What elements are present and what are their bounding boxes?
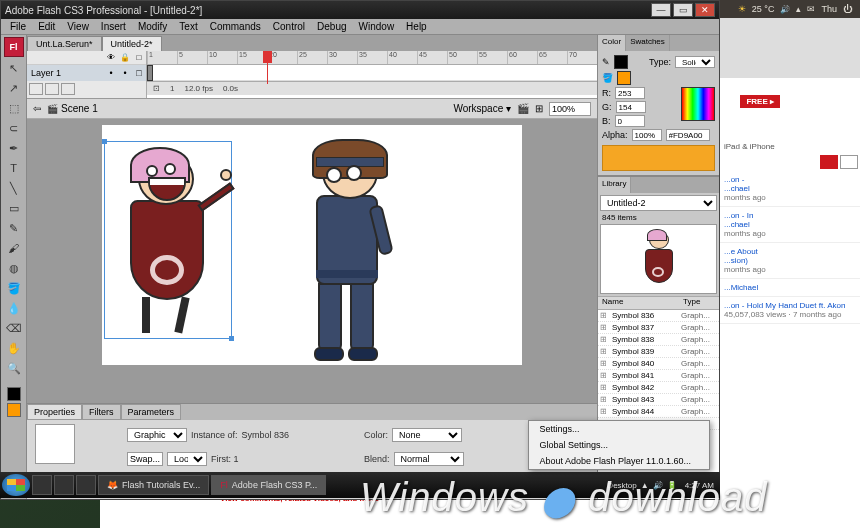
scene-label[interactable]: Scene 1 — [47, 103, 98, 114]
new-layer-icon[interactable] — [29, 83, 43, 95]
power-icon[interactable] — [843, 4, 852, 14]
menu-debug[interactable]: Debug — [312, 21, 351, 32]
brush-tool-icon[interactable]: 🖌 — [5, 239, 23, 257]
blend-select[interactable]: Normal — [394, 452, 464, 466]
related-video[interactable]: ...on - Hold My Hand Duet ft. Akon45,057… — [720, 297, 860, 324]
quicklaunch-icon[interactable] — [54, 475, 74, 495]
titlebar[interactable]: Adobe Flash CS3 Professional - [Untitled… — [1, 1, 719, 19]
menu-window[interactable]: Window — [354, 21, 400, 32]
swatches-tab[interactable]: Swatches — [626, 35, 670, 51]
list-view-icon[interactable] — [820, 155, 838, 169]
doc-tab[interactable]: Untitled-2* — [102, 36, 162, 51]
type-column[interactable]: Type — [683, 297, 719, 309]
fill-swatch[interactable] — [617, 71, 631, 85]
menu-modify[interactable]: Modify — [133, 21, 172, 32]
lasso-tool-icon[interactable]: ⊂ — [5, 119, 23, 137]
library-item[interactable]: ⊞Symbol 836Graph... — [598, 310, 719, 322]
menu-text[interactable]: Text — [174, 21, 202, 32]
hex-input[interactable] — [666, 129, 710, 141]
swap-button[interactable]: Swap... — [127, 452, 163, 466]
menu-control[interactable]: Control — [268, 21, 310, 32]
menu-commands[interactable]: Commands — [205, 21, 266, 32]
library-item[interactable]: ⊞Symbol 842Graph... — [598, 382, 719, 394]
menu-item-settings[interactable]: Settings... — [529, 421, 709, 437]
stroke-color-icon[interactable] — [7, 387, 21, 401]
character-1-symbol[interactable] — [108, 145, 228, 335]
g-input[interactable] — [616, 101, 646, 113]
canvas[interactable] — [102, 125, 522, 365]
stroke-swatch[interactable] — [614, 55, 628, 69]
pen-tool-icon[interactable]: ✒ — [5, 139, 23, 157]
name-column[interactable]: Name — [598, 297, 683, 309]
color-tab[interactable]: Color — [598, 35, 626, 51]
menu-edit[interactable]: Edit — [33, 21, 60, 32]
edit-symbol-icon[interactable]: ⊞ — [535, 103, 543, 114]
related-video[interactable]: ...on -...chaelmonths ago — [720, 171, 860, 207]
library-item[interactable]: ⊞Symbol 840Graph... — [598, 358, 719, 370]
color-effect-select[interactable]: None — [392, 428, 462, 442]
r-input[interactable] — [615, 87, 645, 99]
alpha-input[interactable] — [632, 129, 662, 141]
back-icon[interactable]: ⇦ — [33, 103, 41, 114]
taskbar-item[interactable]: FlAdobe Flash CS3 P... — [211, 475, 326, 495]
loop-select[interactable]: Loop — [167, 452, 207, 466]
stage[interactable] — [27, 119, 597, 403]
maximize-button[interactable]: ▭ — [673, 3, 693, 17]
library-item[interactable]: ⊞Symbol 837Graph... — [598, 322, 719, 334]
rectangle-tool-icon[interactable]: ▭ — [5, 199, 23, 217]
line-tool-icon[interactable]: ╲ — [5, 179, 23, 197]
grid-view-icon[interactable] — [840, 155, 858, 169]
delete-layer-icon[interactable] — [61, 83, 75, 95]
eyedropper-tool-icon[interactable]: 💧 — [5, 299, 23, 317]
quicklaunch-icon[interactable] — [32, 475, 52, 495]
filters-tab[interactable]: Filters — [82, 404, 121, 420]
onion-skin-icon[interactable]: ⊡ — [153, 84, 160, 93]
related-video[interactable]: ...on - In...chaelmonths ago — [720, 207, 860, 243]
color-spectrum[interactable] — [681, 87, 715, 121]
menu-file[interactable]: File — [5, 21, 31, 32]
mail-icon[interactable] — [807, 4, 815, 14]
b-input[interactable] — [615, 115, 645, 127]
subselection-tool-icon[interactable]: ↗ — [5, 79, 23, 97]
fill-type-select[interactable]: Solid — [675, 56, 715, 68]
taskbar-item[interactable]: 🦊Flash Tutorials Ev... — [98, 475, 209, 495]
lock-icon[interactable]: 🔒 — [118, 53, 132, 62]
keyframe[interactable] — [147, 65, 153, 81]
menu-help[interactable]: Help — [401, 21, 432, 32]
library-list[interactable]: ⊞Symbol 836Graph...⊞Symbol 837Graph...⊞S… — [598, 310, 719, 499]
menu-item-about[interactable]: About Adobe Flash Player 11.0.1.60... — [529, 453, 709, 469]
close-button[interactable]: ✕ — [695, 3, 715, 17]
new-folder-icon[interactable] — [45, 83, 59, 95]
character-2-symbol[interactable] — [292, 135, 422, 365]
free-badge[interactable]: FREE ▸ — [740, 95, 780, 108]
edit-scene-icon[interactable]: 🎬 — [517, 103, 529, 114]
visibility-icon[interactable]: 👁 — [104, 53, 118, 62]
view-toggle[interactable] — [720, 153, 860, 171]
library-item[interactable]: ⊞Symbol 844Graph... — [598, 406, 719, 418]
parameters-tab[interactable]: Parameters — [121, 404, 182, 420]
hand-tool-icon[interactable]: ✋ — [5, 339, 23, 357]
workspace-menu[interactable]: Workspace ▾ — [453, 103, 511, 114]
zoom-tool-icon[interactable]: 🔍 — [5, 359, 23, 377]
menu-insert[interactable]: Insert — [96, 21, 131, 32]
library-item[interactable]: ⊞Symbol 841Graph... — [598, 370, 719, 382]
related-video[interactable]: ...Michael — [720, 279, 860, 297]
text-tool-icon[interactable]: T — [5, 159, 23, 177]
quicklaunch-icon[interactable] — [76, 475, 96, 495]
timeline-frames[interactable]: 1510152025303540455055606570 ⊡ 1 12.0 fp… — [147, 51, 597, 98]
start-button[interactable] — [2, 474, 30, 496]
symbol-type-select[interactable]: Graphic — [127, 428, 187, 442]
library-item[interactable]: ⊞Symbol 838Graph... — [598, 334, 719, 346]
playhead[interactable] — [267, 51, 268, 84]
paint-bucket-tool-icon[interactable]: 🪣 — [5, 279, 23, 297]
menu-item-global-settings[interactable]: Global Settings... — [529, 437, 709, 453]
selection-tool-icon[interactable]: ↖ — [5, 59, 23, 77]
library-item[interactable]: ⊞Symbol 839Graph... — [598, 346, 719, 358]
free-transform-tool-icon[interactable]: ⬚ — [5, 99, 23, 117]
library-tab[interactable]: Library — [598, 177, 631, 193]
network-icon[interactable] — [796, 4, 801, 14]
ink-bottle-tool-icon[interactable]: ◍ — [5, 259, 23, 277]
pencil-tool-icon[interactable]: ✎ — [5, 219, 23, 237]
related-video[interactable]: ...e About...sion)months ago — [720, 243, 860, 279]
library-doc-select[interactable]: Untitled-2 — [600, 195, 717, 211]
